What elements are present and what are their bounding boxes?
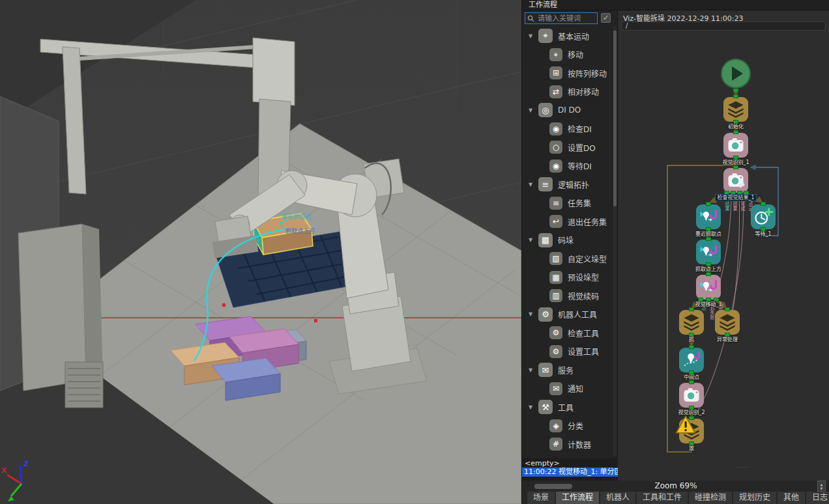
tree-category-service[interactable]: ▼✉服务	[522, 361, 613, 380]
pin-icon: ⌖	[538, 29, 553, 43]
tree-item-move[interactable]: ⌖移动	[522, 46, 613, 64]
camera-check-icon	[725, 170, 746, 191]
input-port[interactable]	[689, 307, 694, 311]
input-port[interactable]	[689, 345, 694, 349]
tree-scrollbar[interactable]	[613, 27, 617, 456]
flow-node-grab[interactable]	[679, 310, 704, 335]
viewport-3d[interactable]: 靠近抓取点 抓取点上方 Z X	[0, 0, 521, 504]
flow-node-vision-move-1[interactable]	[696, 275, 721, 300]
input-port[interactable]	[706, 202, 711, 206]
flow-node-init[interactable]	[723, 97, 748, 122]
tree-label: 等待DI	[568, 160, 592, 171]
tree-label: 计数器	[568, 439, 591, 450]
flow-node-vision-recognize-1[interactable]	[723, 133, 748, 158]
tab-collision-detection[interactable]: 碰撞检测	[689, 492, 732, 504]
flow-node-label: 等待_1	[731, 230, 796, 237]
input-port[interactable]	[689, 380, 694, 384]
input-port[interactable]	[733, 130, 738, 134]
tree-item-custom-pattern[interactable]: ▧自定义垛型	[522, 249, 613, 268]
tree-item-classify[interactable]: ◈分类	[522, 417, 613, 436]
tree-item-task-set[interactable]: ≡任务集	[522, 194, 613, 213]
tree-label: 任务集	[568, 197, 591, 208]
array-move-icon: ⊞	[549, 66, 562, 79]
tab-log[interactable]: 日志	[806, 492, 829, 504]
flow-node-wait-1[interactable]	[751, 204, 776, 229]
flow-node-label: 视觉识别_1	[703, 158, 768, 165]
breadcrumb[interactable]: /	[621, 21, 826, 31]
tree-category-robot-tool[interactable]: ▼⚙机器人工具	[522, 305, 613, 324]
chevron-down-icon[interactable]: ▼	[529, 237, 538, 243]
tree-item-relative-move[interactable]: ⇄相对移动	[522, 83, 613, 102]
output-port[interactable]	[733, 89, 738, 92]
chevron-down-icon[interactable]: ▼	[529, 182, 538, 188]
app-window: 靠近抓取点 抓取点上方 Z X 工作流程 ✓ ▼⌖基本运动	[0, 0, 829, 504]
search-box[interactable]	[525, 12, 598, 24]
scrollbar-thumb[interactable]	[613, 31, 617, 206]
scene-label-approach: 靠近抓取点	[282, 213, 311, 220]
tree-item-set-do[interactable]: ○设置DO	[522, 138, 613, 157]
flow-node-vision-recognize-2[interactable]	[679, 383, 704, 408]
tree-item-preset-pattern[interactable]: ▦预设垛型	[522, 268, 613, 287]
tree-label: 自定义垛型	[568, 253, 607, 264]
filter-checkbox[interactable]: ✓	[601, 13, 611, 23]
flow-node-check-vision-result[interactable]	[723, 168, 748, 193]
flow-canvas[interactable]: 有结果 无结果 未完成 无点云 成功 规划失败 其他错误 初始化	[618, 33, 829, 481]
chevron-down-icon[interactable]: ▼	[529, 367, 538, 373]
tree-label: 码垛	[558, 234, 574, 245]
tab-planning-history[interactable]: 规划历史	[733, 492, 776, 504]
zoom-spinner[interactable]: ▲ ▼	[817, 481, 826, 492]
tab-robot[interactable]: 机器人	[600, 492, 635, 504]
tree-item-notify[interactable]: ✉通知	[522, 380, 613, 399]
input-port[interactable]	[706, 272, 711, 276]
input-port[interactable]	[689, 416, 694, 420]
chevron-down-icon[interactable]: ▼	[529, 404, 538, 410]
clock-plus-icon	[753, 206, 774, 227]
flow-node-approach-pick-point[interactable]	[696, 204, 721, 229]
tree-label: 相对移动	[568, 86, 599, 97]
flow-node-above-pick-point[interactable]	[696, 240, 721, 264]
tree-category-basic-motion[interactable]: ▼⌖基本运动	[522, 27, 613, 46]
flow-node-exception-handle[interactable]	[715, 310, 740, 335]
tab-others[interactable]: 其他	[778, 492, 805, 504]
tree-item-check-tool[interactable]: ⚙检查工具	[522, 324, 613, 343]
tree-category-dido[interactable]: ▼◎DI DO	[522, 101, 613, 120]
flow-node-start[interactable]	[721, 59, 751, 89]
tree-category-logic[interactable]: ▼≡逻辑拓扑	[522, 175, 613, 194]
input-port[interactable]	[725, 307, 730, 311]
tab-tools-workpieces[interactable]: 工具和工件	[637, 492, 688, 504]
tab-scene[interactable]: 场景	[527, 492, 555, 504]
scene-label-above: 抓取点上方	[285, 227, 315, 234]
chevron-down-icon[interactable]: ▼	[529, 33, 538, 39]
tree-item-wait-di[interactable]: ◉等待DI	[522, 157, 613, 176]
tree-item-check-di[interactable]: ◉检查DI	[522, 120, 613, 139]
input-port[interactable]	[733, 94, 738, 98]
input-port[interactable]	[733, 165, 738, 169]
tab-workflow[interactable]: 工作流程	[556, 492, 599, 504]
tree-item-array-move[interactable]: ⊞按阵列移动	[522, 64, 613, 83]
tree-category-tools[interactable]: ▼⚒工具	[522, 398, 613, 417]
spinner-down-icon[interactable]: ▼	[821, 486, 823, 490]
tree-label: 检查DI	[568, 123, 592, 134]
input-port[interactable]	[761, 202, 766, 206]
tree-item-exit-task-set[interactable]: ↩退出任务集	[522, 212, 613, 231]
tree-label: 机器人工具	[558, 309, 597, 320]
input-port[interactable]	[706, 237, 711, 241]
log-selected-line[interactable]: 11:00:22 视觉移动_1: 单分区方形	[522, 468, 618, 477]
chevron-down-icon[interactable]: ▼	[529, 107, 538, 113]
tree-item-set-tool[interactable]: ⚙设置工具	[522, 343, 613, 361]
chevron-down-icon[interactable]: ▼	[529, 311, 538, 317]
tree-label: 按阵列移动	[568, 68, 607, 79]
custom-pattern-icon: ▧	[549, 252, 562, 265]
flow-node-place[interactable]	[679, 419, 704, 443]
tree-label: DI DO	[558, 105, 581, 115]
flow-node-label: 放	[659, 444, 724, 451]
tree-item-vision-pallet[interactable]: ▥视觉续码	[522, 287, 613, 305]
camera-icon	[681, 385, 702, 406]
tree-item-counter[interactable]: #计数器	[522, 435, 613, 454]
search-input[interactable]	[536, 14, 595, 23]
flow-column: Viz-智能拆垛 2022-12-29 11:00:23 /	[618, 10, 829, 481]
tree-category-palletize[interactable]: ▼▦码垛	[522, 231, 613, 250]
preset-pattern-icon: ▦	[549, 271, 562, 284]
flow-node-intermediate-point[interactable]	[679, 348, 704, 372]
splitter-handle[interactable]: ·····	[735, 464, 751, 471]
